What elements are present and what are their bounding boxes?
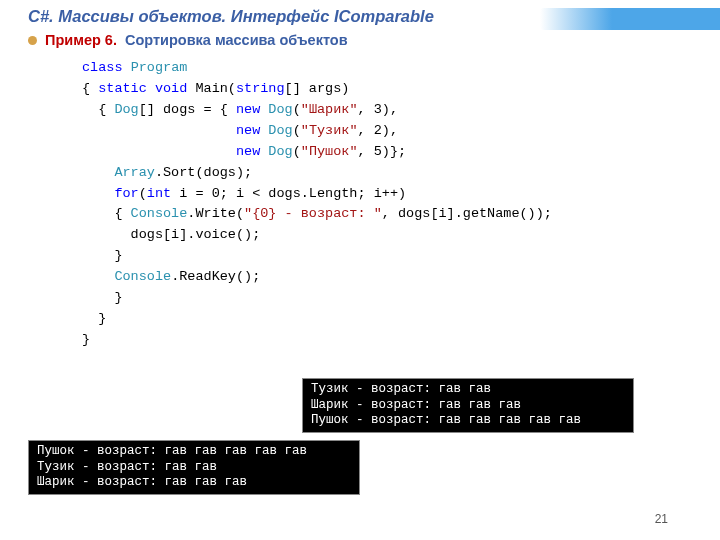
bullet-icon <box>28 36 37 45</box>
console-output-sorted: Тузик - возраст: гав гав Шарик - возраст… <box>302 378 634 433</box>
example-label: Пример 6. <box>45 32 117 48</box>
page-number: 21 <box>655 512 668 526</box>
example-text: Сортировка массива объектов <box>125 32 348 48</box>
header-decoration <box>540 8 720 30</box>
code-block: class Program { static void Main(string[… <box>0 48 720 351</box>
console-output-unsorted: Пушок - возраст: гав гав гав гав гав Туз… <box>28 440 360 495</box>
type-name: Program <box>131 60 188 75</box>
kw-class: class <box>82 60 123 75</box>
